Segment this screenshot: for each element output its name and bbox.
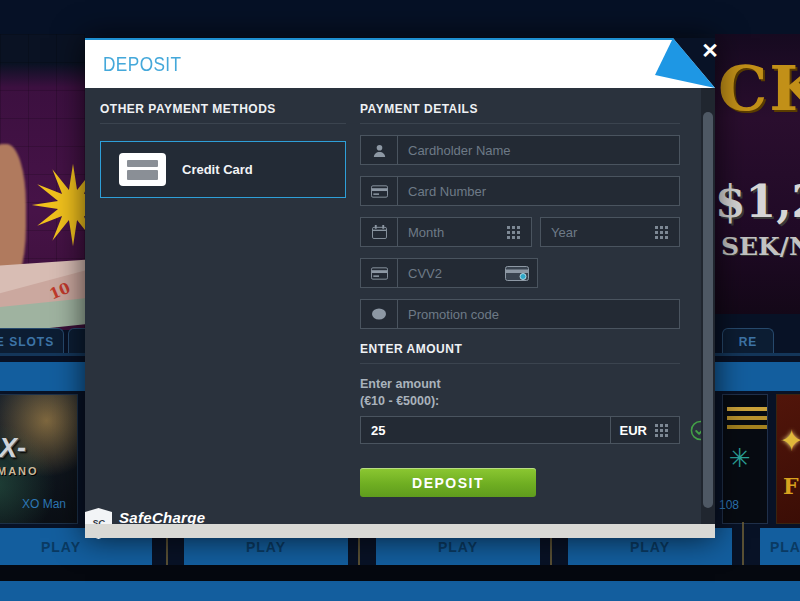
payment-details-heading: PAYMENT DETAILS	[360, 102, 680, 116]
month-input[interactable]	[398, 218, 507, 246]
tab-more[interactable]: RE	[722, 328, 774, 354]
currency-label: EUR	[620, 423, 647, 438]
month-picker-grid-icon[interactable]	[507, 218, 531, 246]
deposit-submit-button[interactable]: DEPOSIT	[360, 468, 536, 497]
promotion-code-field	[360, 299, 680, 329]
year-field	[540, 217, 680, 247]
amount-input[interactable]	[361, 417, 610, 443]
cardholder-field	[360, 135, 680, 165]
gold-stripes-art	[727, 407, 768, 411]
game-title-partial: F	[783, 473, 799, 499]
card-number-input[interactable]	[398, 177, 679, 205]
play-button-5[interactable]: PLAY	[760, 528, 800, 565]
starburst-icon	[30, 162, 85, 248]
jackpot-text-partial: CKA	[718, 52, 800, 125]
payment-details-panel: PAYMENT DETAILS	[360, 102, 680, 497]
payment-methods-panel: OTHER PAYMENT METHODS Credit Card	[100, 102, 346, 198]
card-icon	[361, 177, 398, 205]
scrollbar-thumb[interactable]	[703, 112, 713, 508]
amount-row: EUR	[360, 416, 680, 444]
promotion-code-input[interactable]	[398, 300, 679, 328]
tab-free-slots[interactable]: E SLOTS	[0, 328, 64, 354]
payment-methods-heading: OTHER PAYMENT METHODS	[100, 102, 346, 116]
modal-vertical-scrollbar[interactable]	[701, 88, 715, 524]
divider	[360, 123, 680, 124]
card-icon	[361, 259, 398, 287]
credit-card-label: Credit Card	[182, 162, 253, 177]
close-icon[interactable]: ✕	[697, 38, 723, 64]
year-picker-grid-icon[interactable]	[655, 218, 679, 246]
amount-field: EUR	[360, 416, 680, 444]
snowflake-icon: ✳	[729, 443, 751, 474]
site-footer-bar	[0, 581, 800, 601]
year-input[interactable]	[541, 218, 655, 246]
deposit-modal: DEPOSIT ✕ OTHER PAYMENT METHODS Credit C…	[85, 38, 715, 538]
game-logo-subtext: MANO	[0, 465, 39, 477]
cardholder-input[interactable]	[398, 136, 679, 164]
prize-amount-partial: $1,25	[715, 176, 800, 227]
divider	[100, 123, 346, 124]
gold-star-icon: ✦	[779, 423, 800, 458]
user-icon	[361, 136, 398, 164]
cvv2-input[interactable]	[398, 259, 505, 287]
banknotes-art: 10	[0, 249, 85, 330]
promo-banner-right: CKA $1,25 SEK/N	[715, 34, 800, 314]
modal-header: DEPOSIT	[85, 38, 715, 88]
promo-banner-left: 10	[0, 34, 85, 330]
card-number-field	[360, 176, 680, 206]
modal-title: DEPOSIT	[103, 52, 181, 76]
currency-picker-grid-icon[interactable]	[655, 424, 670, 437]
amount-label: Enter amount (€10 - €5000):	[360, 376, 680, 410]
prize-currency-partial: SEK/N	[721, 232, 800, 261]
month-field	[360, 217, 532, 247]
lower-dark-band	[0, 565, 800, 581]
credit-card-icon	[119, 153, 166, 186]
divider	[360, 363, 680, 364]
game-thumbnail-right-2[interactable]: ✦ F	[776, 394, 800, 524]
game-caption-right: 108	[719, 498, 739, 512]
page: 10 CKA $1,25 SEK/N E SLOTS RE X- MANO XO…	[0, 0, 800, 601]
promo-dot-icon	[361, 300, 398, 328]
currency-cell[interactable]: EUR	[610, 417, 679, 443]
cvv-location-icon	[505, 259, 537, 287]
cvv2-field	[360, 258, 538, 288]
enter-amount-heading: ENTER AMOUNT	[360, 342, 680, 356]
modal-horizontal-scrollbar[interactable]	[85, 524, 715, 538]
site-top-bar	[0, 0, 800, 34]
game-logo-text: X-	[0, 433, 26, 464]
modal-body: OTHER PAYMENT METHODS Credit Card PAYMEN…	[85, 88, 715, 524]
game-caption-left: XO Man	[22, 497, 66, 511]
calendar-icon	[361, 218, 398, 246]
payment-method-credit-card[interactable]: Credit Card	[100, 141, 346, 198]
